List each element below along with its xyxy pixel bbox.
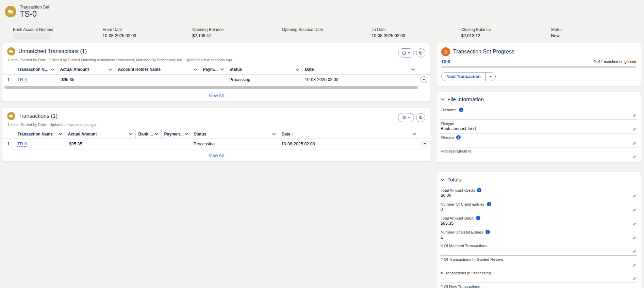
- chevron-down-icon: [441, 98, 445, 101]
- column-header-actual-amount[interactable]: Actual Amount: [65, 129, 135, 139]
- field-value: $95.35: [441, 221, 637, 227]
- highlight-field: StatusNew: [551, 27, 641, 39]
- refresh-button[interactable]: ↻: [416, 113, 425, 122]
- edit-pencil-icon[interactable]: ✎: [632, 263, 636, 268]
- info-icon[interactable]: i: [487, 202, 491, 206]
- view-all-link[interactable]: View All: [209, 93, 224, 98]
- record-link[interactable]: TR-0: [17, 142, 27, 146]
- table-cell: TR-0: [15, 139, 65, 149]
- next-transaction-button[interactable]: Next Transaction: [442, 73, 485, 81]
- transactions-subtitle: 1 item · Sorted by Date · Updated a few …: [7, 123, 398, 127]
- record-header: Transaction Set TS-0 Bank Account Number…: [0, 0, 644, 39]
- field-label-text: # Of Transactions In Guided Review: [441, 257, 503, 261]
- chevron-down-icon[interactable]: [184, 133, 188, 135]
- edit-pencil-icon[interactable]: ✎: [632, 141, 636, 146]
- detail-field-row: # Transactions In Processing✎: [441, 269, 637, 283]
- field-label-text: Number Of Debit Entries: [441, 230, 483, 234]
- row-actions-button[interactable]: [422, 141, 428, 147]
- detail-field-row: Number Of Debit Entriesi1✎: [441, 228, 637, 242]
- chevron-down-icon[interactable]: [412, 133, 416, 135]
- field-label: Total Amount Debiti: [441, 216, 637, 220]
- row-number-cell: 1: [2, 139, 15, 149]
- row-actions-button[interactable]: [420, 76, 427, 83]
- table-row: 1TR-0-$95.35Processing10-08-2025 02:00: [2, 74, 430, 85]
- info-icon[interactable]: i: [459, 108, 463, 112]
- field-value: 10-08-2025 02:00: [371, 33, 461, 39]
- chevron-down-icon[interactable]: [272, 133, 276, 135]
- row-actions-header: [419, 129, 430, 139]
- view-all-row: View All: [2, 90, 430, 101]
- table-cell: TR-0: [15, 74, 57, 85]
- page-title: TS-0: [20, 10, 49, 18]
- file-information-section-toggle[interactable]: File Information: [436, 95, 641, 106]
- highlight-fields: Bank Account NumberFrom Date10-08-2025 0…: [5, 18, 644, 39]
- edit-pencil-icon[interactable]: ✎: [632, 222, 636, 227]
- edit-pencil-icon[interactable]: ✎: [632, 194, 636, 199]
- column-header-payment-r[interactable]: Payment R...: [161, 129, 191, 139]
- field-label-text: Number Of Credit Entries: [441, 202, 484, 206]
- edit-pencil-icon[interactable]: ✎: [632, 276, 636, 282]
- transaction-list-icon: [7, 47, 15, 55]
- chevron-down-icon[interactable]: [194, 68, 197, 71]
- field-label: Filesizei: [441, 135, 637, 140]
- column-header-payment-r[interactable]: Payment R...: [200, 65, 227, 74]
- progress-record-link[interactable]: TS-0: [441, 59, 450, 64]
- field-value: [441, 113, 637, 118]
- edit-pencil-icon[interactable]: ✎: [632, 127, 636, 132]
- chevron-down-icon: [408, 52, 410, 54]
- highlight-field: To Date10-08-2025 02:00: [371, 27, 461, 39]
- field-value: [441, 140, 637, 146]
- scrollbar-thumb[interactable]: [4, 86, 418, 89]
- refresh-icon: ↻: [419, 115, 423, 120]
- info-icon[interactable]: i: [456, 135, 461, 140]
- file-information-fields: Filenamei✎FiletypeBank connect feed✎File…: [436, 106, 641, 161]
- column-header-transaction-name[interactable]: Transaction Name: [15, 65, 57, 74]
- field-label-text: # Of Matched Transactions: [441, 244, 487, 248]
- info-icon[interactable]: i: [476, 216, 480, 220]
- unmatched-transactions-table: Transaction NameActual AmountAccount Hol…: [2, 65, 430, 85]
- edit-pencil-icon[interactable]: ✎: [632, 113, 636, 118]
- row-number-header: [2, 65, 15, 74]
- column-header-status[interactable]: Status: [227, 65, 302, 74]
- column-header-status[interactable]: Status: [191, 129, 279, 139]
- edit-pencil-icon[interactable]: ✎: [632, 208, 636, 213]
- info-icon[interactable]: i: [477, 188, 481, 192]
- next-transaction-dropdown-button[interactable]: [485, 73, 495, 81]
- column-header-date[interactable]: Date ↓: [302, 65, 418, 74]
- horizontal-scrollbar[interactable]: [4, 86, 427, 89]
- field-label: From Date: [103, 27, 193, 32]
- column-header-account-holder-name[interactable]: Account Holder Name: [115, 65, 200, 74]
- chevron-down-icon[interactable]: [220, 68, 224, 71]
- info-icon[interactable]: i: [485, 230, 490, 234]
- chevron-down-icon: [424, 143, 426, 145]
- row-actions-cell: [419, 139, 430, 149]
- field-value: 10-08-2025 02:00: [103, 33, 193, 39]
- column-header-actual-amount[interactable]: Actual Amount: [57, 65, 115, 74]
- record-link[interactable]: TR-0: [17, 77, 27, 82]
- edit-pencil-icon[interactable]: ✎: [632, 155, 636, 160]
- chevron-down-icon[interactable]: [411, 68, 415, 71]
- chevron-down-icon[interactable]: [59, 133, 62, 135]
- chevron-down-icon[interactable]: [51, 68, 54, 71]
- column-header-bank-acco[interactable]: Bank Acco...: [135, 129, 161, 139]
- field-value: $0.00: [441, 193, 637, 199]
- chevron-down-icon[interactable]: [109, 68, 112, 71]
- totals-section-toggle[interactable]: Totals: [436, 175, 641, 186]
- list-settings-button[interactable]: ⚙: [398, 48, 414, 58]
- field-label: # Transactions In Processing: [441, 271, 637, 275]
- refresh-button[interactable]: ↻: [416, 48, 425, 58]
- list-settings-button[interactable]: ⚙: [398, 113, 414, 122]
- field-value: [441, 262, 637, 268]
- progress-bar: [441, 66, 636, 68]
- chevron-down-icon[interactable]: [296, 68, 299, 71]
- chevron-down-icon[interactable]: [129, 133, 133, 135]
- edit-pencil-icon[interactable]: ✎: [632, 236, 636, 241]
- field-label: Opening Balance Date: [282, 27, 372, 32]
- edit-pencil-icon[interactable]: ✎: [632, 249, 636, 254]
- column-header-date[interactable]: Date ↓: [279, 129, 419, 139]
- chevron-down-icon[interactable]: [155, 133, 159, 135]
- column-header-transaction-name[interactable]: Transaction Name: [15, 129, 65, 139]
- view-all-link[interactable]: View All: [209, 153, 224, 158]
- transaction-set-icon: [5, 6, 16, 17]
- field-label-text: Filename: [441, 108, 457, 112]
